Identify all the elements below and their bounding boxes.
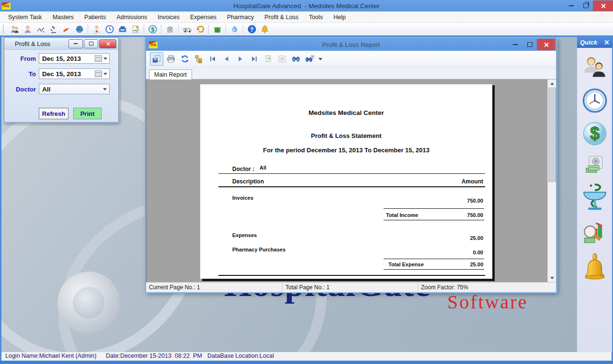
restore-button[interactable] xyxy=(579,0,593,11)
status-date: Date:December 15-2013 08:22 PM xyxy=(106,353,202,359)
doctor-button[interactable] xyxy=(90,23,103,35)
menu-item-pharmacy[interactable]: Pharmacy xyxy=(222,11,259,23)
page-shadow xyxy=(492,85,495,280)
reminders-quick-button[interactable] xyxy=(581,252,608,283)
reminder-bell-button[interactable] xyxy=(258,23,271,35)
doctor-value: All xyxy=(42,86,103,93)
rule xyxy=(384,208,484,209)
from-date-value: Dec 15, 2013 xyxy=(42,55,95,62)
dialog-title: Profit & Loss xyxy=(15,40,68,47)
to-date-value: Dec 15, 2013 xyxy=(42,70,95,78)
globe-button[interactable] xyxy=(73,23,86,35)
menu-item-masters[interactable]: Masters xyxy=(47,11,79,23)
zoom-button[interactable] xyxy=(304,53,316,65)
help-button[interactable]: ? xyxy=(245,23,258,35)
deposit-quick-button[interactable] xyxy=(581,153,608,177)
group-tree-button[interactable] xyxy=(193,53,205,65)
payments-quick-button[interactable]: $ xyxy=(581,120,608,147)
rule xyxy=(218,186,485,187)
signature-button[interactable] xyxy=(34,23,47,35)
report-toolbar xyxy=(146,51,556,68)
dialog-titlebar[interactable]: Profit & Loss xyxy=(4,38,118,50)
close-icon xyxy=(601,3,606,9)
menu-item-expenses[interactable]: Expenses xyxy=(185,11,222,23)
patients-group-button[interactable] xyxy=(8,23,21,35)
doctor-select[interactable]: All xyxy=(39,84,110,94)
menu-item-tools[interactable]: Tools xyxy=(304,11,328,23)
dialog-restore-button[interactable] xyxy=(84,39,98,48)
scrollbar-thumb[interactable] xyxy=(548,88,556,182)
pharmacy-quick-button[interactable] xyxy=(581,183,608,213)
status-database: DataBase Location:Local xyxy=(207,353,274,359)
menu-item-patients[interactable]: Patients xyxy=(79,11,111,23)
window-frame-left xyxy=(0,37,1,361)
report-maximize-button[interactable] xyxy=(522,39,537,50)
first-page-button[interactable] xyxy=(206,53,219,65)
to-date-input[interactable]: Dec 15, 2013 xyxy=(39,68,110,79)
appointments-clock-button[interactable] xyxy=(103,23,116,35)
status-zoom-factor: Zoom Factor: 75% xyxy=(418,283,556,292)
appointments-quick-icon xyxy=(582,88,608,114)
doctor-icon xyxy=(92,24,102,34)
package-button[interactable] xyxy=(163,23,176,35)
report-vscrollbar[interactable] xyxy=(547,80,556,282)
window-title: HospitalGate Advanced - Medsites Medical… xyxy=(0,2,613,10)
refresh-button[interactable]: Refresh xyxy=(39,108,68,119)
close-button[interactable] xyxy=(593,0,613,11)
report-minimize-button[interactable] xyxy=(508,39,522,50)
undo-button[interactable] xyxy=(193,23,206,35)
fax-phone-button[interactable] xyxy=(116,23,129,35)
cancel-loading-button[interactable] xyxy=(276,53,288,65)
appointments-quick-button[interactable] xyxy=(581,87,608,114)
patient-button[interactable] xyxy=(21,23,34,35)
print-report-button[interactable] xyxy=(165,53,177,65)
last-page-icon xyxy=(250,55,258,63)
minimize-button[interactable] xyxy=(564,0,579,11)
scroll-up-button[interactable] xyxy=(548,80,556,88)
tab-main-report[interactable]: Main Report xyxy=(149,69,192,80)
stethoscope-chestpiece-inner xyxy=(73,287,104,318)
rule xyxy=(384,259,484,259)
prescription-pen-button[interactable] xyxy=(60,23,73,35)
refresh-report-button[interactable] xyxy=(179,53,191,65)
chevron-down-icon[interactable] xyxy=(103,57,107,60)
row-label: Invoices xyxy=(232,195,253,201)
help-icon: ? xyxy=(247,24,257,34)
ambulance-button[interactable] xyxy=(181,23,193,35)
menu-item-invoices[interactable]: Invoices xyxy=(152,11,185,23)
report-close-button[interactable] xyxy=(537,39,555,50)
invoice-button[interactable] xyxy=(129,23,142,35)
splash-search-button[interactable] xyxy=(228,23,241,35)
menu-item-profit-loss[interactable]: Profit & Loss xyxy=(259,11,304,23)
toolbar-grip[interactable] xyxy=(3,25,6,34)
find-button[interactable] xyxy=(290,53,302,65)
next-page-button[interactable] xyxy=(234,53,247,65)
gift-button[interactable] xyxy=(211,23,224,35)
row-amount: 750.00 xyxy=(467,212,483,218)
quick-close-icon[interactable] xyxy=(604,40,609,45)
scroll-down-button[interactable] xyxy=(548,274,556,282)
microscope-button[interactable] xyxy=(47,23,60,35)
print-button[interactable]: Print xyxy=(73,108,102,119)
zoom-icon xyxy=(305,54,315,64)
goto-page-button[interactable] xyxy=(262,53,274,65)
col-description: Description xyxy=(232,178,264,185)
status-total-page: Total Page No.: 1 xyxy=(283,283,418,292)
from-date-input[interactable]: Dec 15, 2013 xyxy=(39,53,110,64)
previous-page-button[interactable] xyxy=(220,53,233,65)
export-button[interactable] xyxy=(150,52,163,66)
dialog-close-button[interactable] xyxy=(99,39,116,48)
report-viewer[interactable]: Medsites Medical Center Profit & Loss St… xyxy=(146,80,556,282)
patients-quick-button[interactable] xyxy=(581,54,608,81)
last-page-button[interactable] xyxy=(248,53,261,65)
dollar-coin-button[interactable]: $ xyxy=(146,23,159,35)
report-titlebar[interactable]: HG Profit & Loss Report xyxy=(146,38,556,51)
zoom-caret-icon[interactable] xyxy=(318,58,322,60)
chevron-down-icon[interactable] xyxy=(103,73,107,75)
menu-item-help[interactable]: Help xyxy=(328,11,351,23)
menu-item-admissions[interactable]: Admissions xyxy=(111,11,152,23)
window-frame-bottom xyxy=(0,361,613,364)
dialog-minimize-button[interactable] xyxy=(68,39,83,48)
reports-quick-button[interactable] xyxy=(581,219,608,246)
menu-item-system-task[interactable]: System Task xyxy=(3,11,47,23)
